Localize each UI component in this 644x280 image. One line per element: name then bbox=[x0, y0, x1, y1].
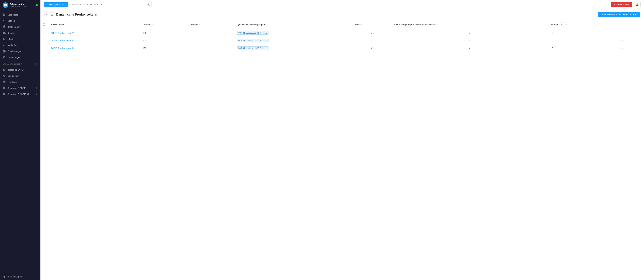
sidebar-item-google[interactable]: Google Test bbox=[0, 73, 40, 79]
sidebar-item-einstellungen-label: Einstellungen bbox=[8, 56, 20, 59]
sidebar-item-shopware6acris[interactable]: Shopware 6 ACRIS 👁 bbox=[0, 85, 40, 91]
page-title: Dynamische Produktseite (3) bbox=[56, 13, 98, 16]
content-icon bbox=[3, 38, 6, 41]
cell-anzeige-0: 10 bbox=[548, 29, 618, 37]
sidebar: Administration v6.4.4.0 Stable Version D… bbox=[0, 0, 40, 280]
search-button[interactable]: 🔍 bbox=[145, 2, 152, 7]
sidebar-item-katalog[interactable]: Katalog bbox=[0, 18, 40, 24]
search-tag: Dynamic product page bbox=[44, 2, 68, 7]
svg-rect-1 bbox=[3, 93, 6, 95]
shopware6acris-eye-icon[interactable]: 👁 bbox=[36, 87, 38, 89]
col-actions bbox=[618, 20, 644, 29]
col-ausschliessen-sort[interactable]: ··· bbox=[437, 24, 438, 26]
add-sales-channel-button[interactable]: + bbox=[35, 63, 38, 66]
cell-aktiv-1: ✓ bbox=[352, 37, 392, 44]
row-checkbox-0[interactable] bbox=[43, 32, 45, 34]
sidebar-item-headless-label: Headless bbox=[8, 81, 16, 83]
sidebar-item-marketing[interactable]: Marketing bbox=[0, 42, 40, 48]
row-actions-button-1[interactable]: ⋯ bbox=[621, 39, 624, 42]
svg-rect-0 bbox=[3, 87, 6, 89]
cell-actions-0: ⋯ bbox=[618, 29, 644, 37]
sidebar-item-google-label: Google Test bbox=[8, 75, 19, 77]
sidebar-item-dashboard-label: Dashboard bbox=[8, 14, 18, 16]
cell-prioritaet-0: 100 bbox=[140, 29, 188, 37]
page-header-left: ‹ ☰ Dynamische Produktseite (3) bbox=[44, 12, 98, 17]
row-actions-button-2[interactable]: ⋯ bbox=[621, 47, 624, 50]
data-table: Interner Name ··· Priorität ··· Regeln bbox=[40, 20, 644, 52]
sidebar-item-kunden[interactable]: Kunden bbox=[0, 30, 40, 36]
table-row: ACRIS Produktlayout #2 100 ACRIS Produkt… bbox=[40, 37, 644, 44]
cell-prioritaet-2: 100 bbox=[140, 44, 188, 52]
export-icon bbox=[3, 68, 6, 71]
back-button[interactable]: ‹ bbox=[44, 12, 48, 17]
sidebar-item-erweiterungen-label: Erweiterungen bbox=[8, 50, 22, 53]
main-content: Dynamic product page 🔍 Cache löschen 🔔 ‹… bbox=[40, 0, 644, 280]
status-dot bbox=[36, 4, 38, 6]
sidebar-item-marketing-label: Marketing bbox=[8, 44, 17, 46]
row-actions-button-0[interactable]: ⋯ bbox=[621, 32, 624, 35]
sidebar-item-shopware6acris-label: Shopware 6 ACRIS bbox=[8, 87, 34, 89]
shopware2-icon bbox=[3, 93, 6, 96]
cell-actions-1: ⋯ bbox=[618, 37, 644, 44]
shopware-icon bbox=[3, 86, 6, 89]
cache-delete-button[interactable]: Cache löschen bbox=[611, 2, 632, 7]
col-aktiv: Aktiv ··· bbox=[352, 20, 392, 29]
sidebar-item-dashboard[interactable]: Dashboard bbox=[0, 12, 40, 18]
cell-prioritaet-1: 100 bbox=[140, 37, 188, 44]
search-input[interactable] bbox=[68, 2, 145, 7]
sidebar-item-bestellungen[interactable]: Bestellungen bbox=[0, 24, 40, 30]
cell-aktiv-0: ✓ bbox=[352, 29, 392, 37]
row-checkbox-2[interactable] bbox=[43, 47, 45, 49]
bookmark-button[interactable]: ☰ bbox=[50, 12, 55, 17]
collapse-icon: ◀ bbox=[3, 275, 5, 278]
table-row: ACRIS Produktlayout #3 100 ACRIS Produkt… bbox=[40, 44, 644, 52]
cell-aktiv-2: ✓ bbox=[352, 44, 392, 52]
sidebar-header: Administration v6.4.4.0 Stable Version bbox=[0, 0, 40, 10]
cell-anzeige-1: 10 bbox=[548, 37, 618, 44]
cell-gruppe-1: ACRIS Produktlayouts #2 Produkte bbox=[234, 37, 352, 44]
page-count: (3) bbox=[95, 13, 98, 16]
notifications-button[interactable]: 🔔 bbox=[634, 2, 641, 7]
select-all-checkbox[interactable] bbox=[43, 23, 45, 26]
sidebar-item-shopware6acris2-label: Shopware 6 ACRIS #2 bbox=[8, 93, 34, 95]
col-prioritaet-sort[interactable]: ··· bbox=[151, 24, 153, 26]
sidebar-admin-info: Administration v6.4.4.0 Stable Version bbox=[10, 3, 34, 7]
add-dynamic-product-page-button[interactable]: Dynamische Produktseite hinzufügen bbox=[598, 12, 640, 17]
col-ausschliessen: Seiten mit geringerer Priorität ausschli… bbox=[392, 20, 548, 29]
cell-gruppe-2: ACRIS Produktlayouts #3 Produkte bbox=[234, 44, 352, 52]
sidebar-item-inhalte-label: Inhalte bbox=[8, 38, 14, 40]
cell-name-0: ACRIS Produktlayout #1 bbox=[48, 29, 140, 37]
sidebar-item-billiger[interactable]: Billiger.de EXPORT bbox=[0, 67, 40, 73]
sidebar-nav: Dashboard Katalog Bestellungen Kunden bbox=[0, 10, 40, 273]
col-name: Interner Name ··· bbox=[48, 20, 140, 29]
admin-version: v6.4.4.0 Stable Version bbox=[10, 6, 34, 7]
col-gruppen-sort[interactable]: ··· bbox=[266, 24, 267, 26]
sidebar-item-einstellungen[interactable]: Einstellungen bbox=[0, 54, 40, 60]
refresh-button[interactable]: ↺ bbox=[565, 23, 568, 26]
shopware6acris2-eye-icon[interactable]: 👁 bbox=[36, 93, 38, 95]
view-toggle-button[interactable]: ≡ bbox=[560, 22, 564, 27]
search-container: Dynamic product page 🔍 bbox=[44, 2, 152, 7]
sidebar-item-inhalte[interactable]: Inhalte bbox=[0, 36, 40, 42]
col-regeln-sort[interactable]: ··· bbox=[199, 24, 200, 26]
topbar: Dynamic product page 🔍 Cache löschen 🔔 bbox=[40, 0, 644, 9]
settings-icon bbox=[3, 56, 6, 59]
sidebar-collapse[interactable]: ◀ Menü einklappen bbox=[0, 273, 40, 280]
cell-ausschliessen-1: ✓ bbox=[392, 37, 548, 44]
col-prioritaet: Priorität ··· bbox=[140, 20, 188, 29]
sidebar-item-headless[interactable]: Headless bbox=[0, 79, 40, 85]
google-icon bbox=[3, 74, 6, 77]
col-name-sort[interactable]: ··· bbox=[65, 24, 66, 26]
cell-actions-2: ⋯ bbox=[618, 44, 644, 52]
sidebar-item-shopware6acris2[interactable]: Shopware 6 ACRIS #2 👁 bbox=[0, 91, 40, 97]
orders-icon bbox=[3, 25, 6, 28]
row-checkbox-1[interactable] bbox=[43, 39, 45, 41]
col-anzeige: Anzeige ≡ ↺ bbox=[548, 20, 618, 29]
headless-icon bbox=[3, 80, 6, 83]
cell-regeln-0 bbox=[188, 29, 234, 37]
sidebar-item-erweiterungen[interactable]: Erweiterungen bbox=[0, 48, 40, 54]
col-aktiv-sort[interactable]: ··· bbox=[360, 24, 362, 26]
col-gruppen: Dynamische Produktgruppen ··· bbox=[234, 20, 352, 29]
sidebar-item-bestellungen-label: Bestellungen bbox=[8, 26, 20, 28]
catalog-icon bbox=[3, 19, 6, 22]
